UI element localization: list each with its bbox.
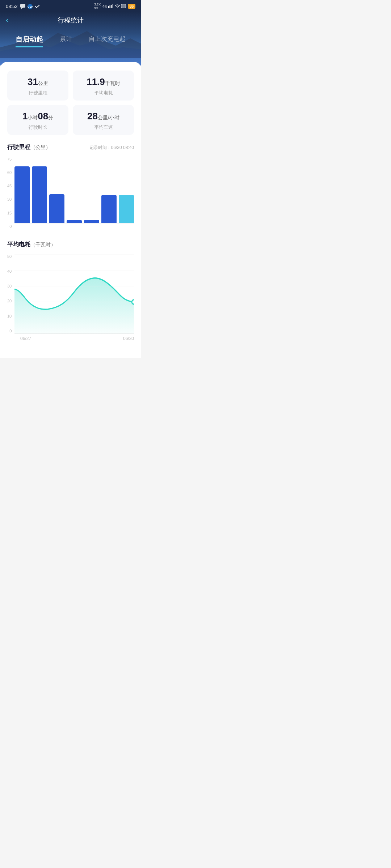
wifi-icon [115, 4, 120, 9]
bar-item [49, 194, 64, 223]
status-right: 3.2K99.0 46 86 [94, 3, 135, 10]
tab-since-charge[interactable]: 自上次充电起 [89, 35, 126, 47]
signal-bars [108, 4, 113, 9]
status-left: 08:52 VW [6, 4, 40, 9]
svg-rect-7 [112, 4, 113, 8]
bar-chart-header: 行驶里程（公里） 记录时间：06/30 08:40 [7, 144, 134, 151]
bar-item [84, 220, 99, 222]
svg-rect-4 [108, 6, 109, 8]
svg-text:VW: VW [27, 5, 33, 9]
network-type: 46 [102, 4, 107, 9]
hero-section: ‹ 行程统计 自启动起 累计 自上次充电起 [0, 12, 141, 65]
line-chart-header: 平均电耗（千瓦时） [7, 241, 134, 248]
time: 08:52 [6, 4, 18, 9]
app-icons: VW [20, 4, 40, 9]
stat-duration-value: 1小时08分 [12, 111, 64, 122]
bar-chart-bars-area [14, 157, 134, 229]
network-speed: 3.2K99.0 [94, 3, 101, 10]
battery-icon [121, 4, 126, 9]
stat-duration: 1小时08分 行驶时长 [7, 105, 68, 135]
svg-rect-6 [111, 5, 112, 8]
stat-avg-speed-label: 平均车速 [77, 124, 130, 131]
line-chart-wrap: 50 40 30 20 10 0 [7, 254, 134, 334]
back-button[interactable]: ‹ [6, 16, 8, 25]
bar-chart-meta: 记录时间：06/30 08:40 [89, 145, 134, 151]
battery-percent: 86 [128, 4, 135, 9]
page-title: 行程统计 [58, 16, 84, 25]
line-chart-svg [14, 254, 134, 334]
content-card: 31公里 行驶里程 11.9千瓦时 平均电耗 1小时08分 行驶时长 28公里/… [0, 62, 141, 358]
line-chart-title: 平均电耗（千瓦时） [7, 241, 56, 248]
x-label-start: 06/27 [20, 336, 31, 341]
line-chart-area: 50 40 30 20 10 0 [7, 254, 134, 341]
svg-rect-5 [109, 5, 110, 8]
tabs-container: 自启动起 累计 自上次充电起 [0, 29, 141, 58]
svg-rect-9 [126, 5, 126, 7]
stat-mileage-label: 行驶里程 [12, 90, 64, 96]
svg-rect-10 [122, 5, 125, 8]
status-bar: 08:52 VW 3.2K99.0 46 86 [0, 0, 141, 12]
tab-since-start[interactable]: 自启动起 [16, 35, 43, 47]
bars-container [14, 157, 134, 224]
line-chart-x-labels: 06/27 06/30 [7, 336, 134, 341]
stat-mileage: 31公里 行驶里程 [7, 71, 68, 101]
bar-chart-y-axis: 75 60 45 30 15 0 [7, 157, 14, 229]
bar-chart-title: 行驶里程（公里） [7, 144, 51, 151]
bar-item [14, 166, 30, 222]
stat-duration-label: 行驶时长 [12, 124, 64, 131]
svg-rect-0 [20, 4, 25, 8]
svg-marker-1 [21, 8, 23, 9]
bar-chart: 75 60 45 30 15 0 [7, 157, 134, 229]
bar-item [67, 220, 82, 222]
bar-item [32, 166, 47, 222]
stat-avg-consumption: 11.9千瓦时 平均电耗 [73, 71, 134, 101]
stat-avg-consumption-label: 平均电耗 [77, 90, 130, 96]
nav-bar: ‹ 行程统计 [0, 12, 141, 29]
stat-mileage-value: 31公里 [12, 76, 64, 88]
tab-cumulative[interactable]: 累计 [60, 35, 72, 47]
stat-avg-speed-value: 28公里/小时 [77, 111, 130, 122]
x-label-end: 06/30 [123, 336, 134, 341]
bar-item [101, 195, 117, 222]
bar-item [119, 195, 134, 222]
stat-avg-consumption-value: 11.9千瓦时 [77, 76, 130, 88]
stat-avg-speed: 28公里/小时 平均车速 [73, 105, 134, 135]
line-chart-y-axis: 50 40 30 20 10 0 [7, 254, 14, 334]
stats-grid: 31公里 行驶里程 11.9千瓦时 平均电耗 1小时08分 行驶时长 28公里/… [7, 71, 134, 135]
